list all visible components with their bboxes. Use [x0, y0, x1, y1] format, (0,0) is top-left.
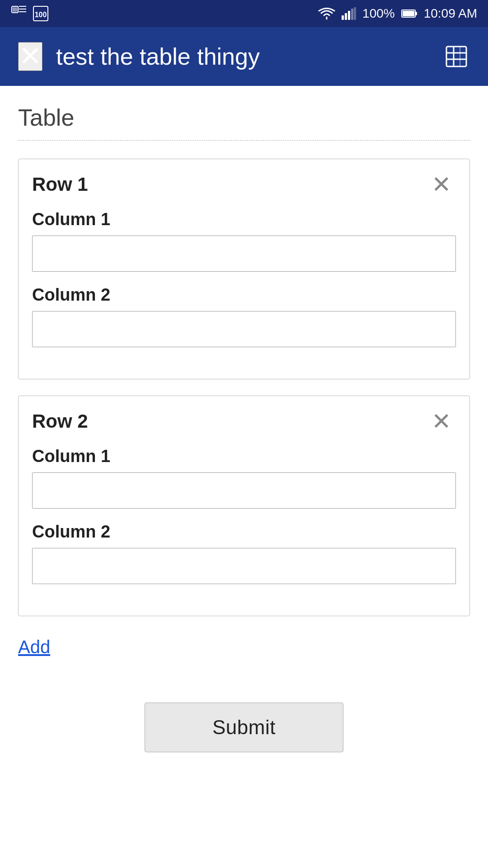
app-icon-1	[11, 5, 27, 22]
row-2-header: Row 2 ✕	[32, 410, 456, 433]
row-1-label: Row 1	[32, 174, 88, 195]
add-row-button[interactable]: Add	[18, 637, 50, 657]
submit-button[interactable]: Submit	[145, 703, 343, 752]
row-2-label: Row 2	[32, 410, 88, 432]
app-bar-title: test the table thingy	[42, 43, 443, 70]
time-display: 10:09 AM	[424, 6, 477, 21]
row-1-col-2-label: Column 2	[32, 285, 456, 305]
submit-container: Submit	[18, 703, 470, 752]
row-1-field-2: Column 2	[32, 285, 456, 347]
status-bar-left: 100	[11, 5, 49, 22]
section-divider	[18, 140, 470, 141]
svg-rect-9	[348, 11, 350, 20]
wifi-icon	[318, 7, 335, 20]
delete-row-1-button[interactable]: ✕	[427, 173, 456, 196]
svg-rect-11	[354, 7, 356, 20]
svg-text:100: 100	[35, 11, 47, 19]
svg-rect-15	[446, 47, 466, 66]
row-1-col-1-label: Column 1	[32, 210, 456, 229]
svg-rect-14	[415, 12, 417, 15]
row-2-field-2: Column 2	[32, 522, 456, 584]
row-1-header: Row 1 ✕	[32, 173, 456, 196]
svg-rect-8	[345, 13, 347, 20]
form-icon[interactable]	[443, 43, 470, 70]
status-bar-right: 100% 10:09 AM	[318, 6, 477, 21]
row-2-col-1-label: Column 1	[32, 447, 456, 466]
main-content: Table Row 1 ✕ Column 1 Column 2 Row 2 ✕ …	[0, 86, 488, 779]
row-card-2: Row 2 ✕ Column 1 Column 2	[18, 396, 470, 616]
svg-rect-13	[403, 11, 414, 16]
battery-percent: 100%	[362, 6, 395, 21]
close-button[interactable]: ✕	[18, 42, 42, 71]
svg-rect-1	[13, 7, 17, 12]
signal-icon	[342, 7, 356, 20]
app-bar: ✕ test the table thingy	[0, 27, 488, 86]
battery-icon	[401, 9, 418, 19]
row-2-field-1: Column 1	[32, 447, 456, 509]
row-2-col-2-label: Column 2	[32, 522, 456, 542]
row-card-1: Row 1 ✕ Column 1 Column 2	[18, 159, 470, 379]
status-bar: 100 100% 10:09 AM	[0, 0, 488, 27]
section-title: Table	[18, 104, 470, 131]
svg-rect-10	[351, 9, 353, 20]
row-2-col-1-input[interactable]	[32, 472, 456, 509]
row-1-field-1: Column 1	[32, 210, 456, 272]
row-2-col-2-input[interactable]	[32, 548, 456, 584]
svg-rect-7	[342, 15, 344, 20]
row-1-col-2-input[interactable]	[32, 311, 456, 347]
app-icon-2: 100	[33, 5, 49, 22]
delete-row-2-button[interactable]: ✕	[427, 410, 456, 433]
row-1-col-1-input[interactable]	[32, 236, 456, 272]
